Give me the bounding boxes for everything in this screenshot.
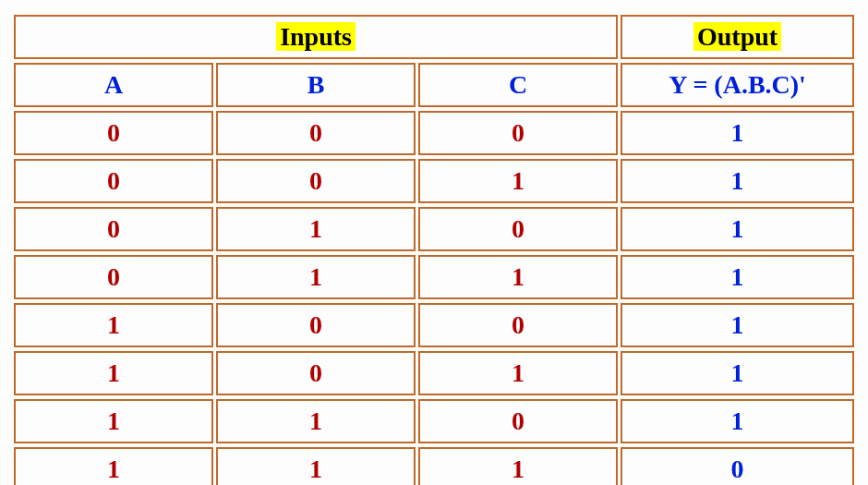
cell-c: 0 — [418, 111, 618, 155]
col-y-header: Y = (A.B.C)' — [621, 63, 854, 107]
cell-y: 1 — [621, 159, 854, 203]
cell-y: 1 — [621, 207, 854, 251]
cell-c: 0 — [418, 399, 618, 443]
cell-c: 1 — [418, 447, 618, 485]
cell-y: 1 — [621, 399, 854, 443]
group-header-row: Inputs Output — [14, 15, 854, 59]
inputs-label: Inputs — [276, 22, 356, 51]
cell-y: 0 — [621, 447, 854, 485]
cell-y: 1 — [621, 303, 854, 347]
cell-a: 1 — [14, 351, 213, 395]
table-row: 1 1 1 0 — [14, 447, 854, 485]
cell-y: 1 — [621, 255, 854, 299]
cell-b: 1 — [216, 399, 416, 443]
table-row: 1 1 0 1 — [14, 399, 854, 443]
col-a-header: A — [14, 63, 213, 107]
cell-b: 0 — [216, 303, 416, 347]
cell-a: 0 — [14, 207, 213, 251]
cell-y: 1 — [621, 351, 854, 395]
table-row: 1 0 0 1 — [14, 303, 854, 347]
cell-y: 1 — [621, 111, 854, 155]
column-header-row: A B C Y = (A.B.C)' — [14, 63, 854, 107]
cell-c: 0 — [418, 303, 618, 347]
cell-a: 0 — [14, 255, 213, 299]
table-row: 1 0 1 1 — [14, 351, 854, 395]
cell-a: 0 — [14, 159, 213, 203]
cell-b: 1 — [216, 447, 416, 485]
output-group-header: Output — [621, 15, 854, 59]
cell-a: 0 — [14, 111, 213, 155]
table-row: 0 0 1 1 — [14, 159, 854, 203]
table-row: 0 1 0 1 — [14, 207, 854, 251]
output-label: Output — [693, 22, 781, 51]
table-row: 0 0 0 1 — [14, 111, 854, 155]
cell-b: 0 — [216, 159, 416, 203]
truth-table: Inputs Output A B C Y = (A.B.C)' 0 0 0 1… — [11, 11, 857, 485]
cell-a: 1 — [14, 399, 213, 443]
cell-c: 0 — [418, 207, 618, 251]
cell-b: 1 — [216, 255, 416, 299]
col-b-header: B — [216, 63, 416, 107]
inputs-group-header: Inputs — [14, 15, 618, 59]
cell-b: 0 — [216, 351, 416, 395]
table-row: 0 1 1 1 — [14, 255, 854, 299]
cell-b: 0 — [216, 111, 416, 155]
cell-b: 1 — [216, 207, 416, 251]
cell-c: 1 — [418, 255, 618, 299]
cell-c: 1 — [418, 351, 618, 395]
col-c-header: C — [418, 63, 618, 107]
cell-a: 1 — [14, 303, 213, 347]
cell-a: 1 — [14, 447, 213, 485]
cell-c: 1 — [418, 159, 618, 203]
